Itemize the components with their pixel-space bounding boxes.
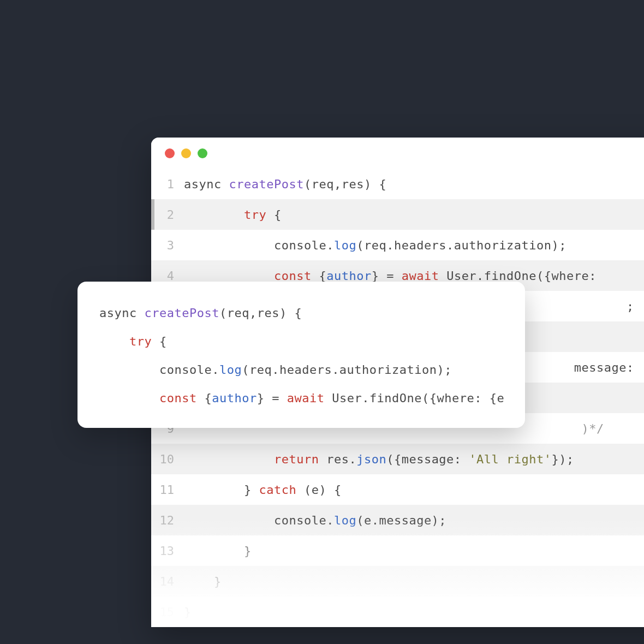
line-number: 15	[151, 605, 184, 619]
line-number: 11	[151, 483, 184, 497]
code-line[interactable]: 14 }	[151, 566, 644, 597]
code-content[interactable]: async createPost(req,res) {	[184, 177, 386, 191]
code-line[interactable]: 15}	[151, 597, 644, 627]
code-content[interactable]: }	[184, 544, 252, 558]
window-titlebar	[151, 138, 644, 169]
code-content[interactable]: } catch (e) {	[184, 483, 342, 497]
line-number: 12	[151, 514, 184, 527]
line-number: 4	[151, 269, 184, 283]
line-number: 13	[151, 544, 184, 558]
code-snippet-popup: async createPost(req,res) { try { consol…	[77, 282, 525, 428]
close-icon[interactable]	[165, 148, 175, 158]
code-content[interactable]: console.log(req.headers.authorization);	[184, 238, 567, 252]
code-line[interactable]: 2 try {	[151, 199, 644, 230]
code-line[interactable]: 11 } catch (e) {	[151, 474, 644, 505]
snippet-line: console.log(req.headers.authorization);	[99, 356, 503, 384]
line-number: 1	[151, 177, 184, 191]
snippet-line: const {author} = await User.findOne({whe…	[99, 384, 503, 413]
line-cursor-indicator	[151, 199, 154, 230]
code-content[interactable]: try {	[184, 208, 282, 222]
code-content[interactable]: }	[184, 575, 222, 588]
code-line[interactable]: 12 console.log(e.message);	[151, 505, 644, 535]
code-content[interactable]: return res.json({message: 'All right'});	[184, 452, 574, 466]
code-line[interactable]: 13 }	[151, 535, 644, 566]
code-line[interactable]: 3 console.log(req.headers.authorization)…	[151, 230, 644, 260]
code-line[interactable]: 10 return res.json({message: 'All right'…	[151, 444, 644, 474]
code-line[interactable]: 1async createPost(req,res) {	[151, 169, 644, 199]
snippet-line: try {	[99, 327, 503, 356]
line-number: 2	[151, 208, 184, 222]
snippet-line: async createPost(req,res) {	[99, 299, 503, 327]
minimize-icon[interactable]	[181, 148, 191, 158]
line-number: 3	[151, 238, 184, 252]
line-number: 10	[151, 452, 184, 466]
code-content[interactable]: console.log(e.message);	[184, 514, 446, 527]
code-content[interactable]: const {author} = await User.findOne({whe…	[184, 269, 597, 283]
code-content[interactable]: }	[184, 605, 192, 619]
maximize-icon[interactable]	[198, 148, 207, 158]
line-number: 14	[151, 575, 184, 588]
